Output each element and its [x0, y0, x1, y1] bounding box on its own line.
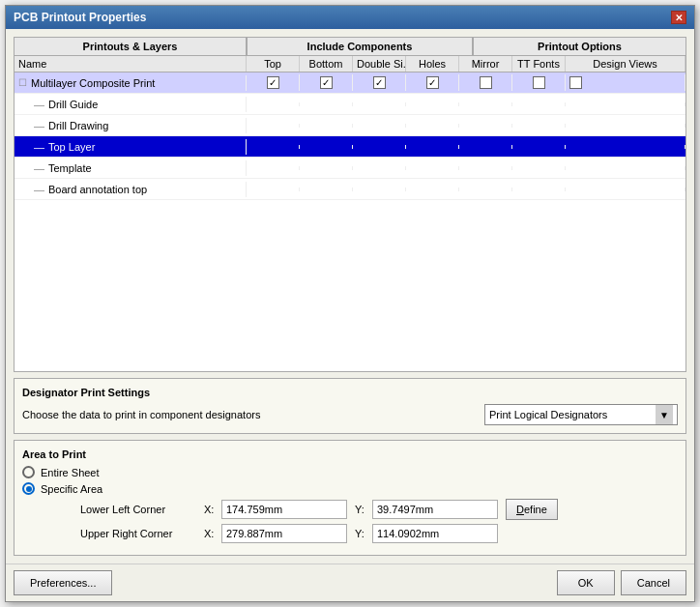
cell-check-holes — [406, 74, 459, 91]
cell-check — [300, 188, 353, 191]
cell-check — [247, 188, 300, 191]
ok-button[interactable]: OK — [557, 570, 615, 595]
entire-sheet-row: Entire Sheet — [22, 466, 678, 478]
cell-check — [566, 145, 685, 149]
cell-check — [247, 145, 300, 149]
x-axis-label2: X: — [204, 528, 218, 539]
cell-check — [566, 166, 685, 170]
col-hdr-holes: Holes — [406, 56, 459, 72]
cell-name: — Board annotation top — [15, 182, 247, 197]
col-hdr-ttfonts: TT Fonts — [512, 56, 566, 72]
cell-check — [406, 166, 459, 170]
cell-check — [353, 102, 406, 106]
designator-select-value: Print Logical Designators — [489, 409, 652, 420]
cell-check-doublesi — [353, 74, 406, 91]
define-label: Define — [516, 504, 547, 515]
col-hdr-doublesi: Double Si... — [353, 56, 406, 72]
cell-name: — Drill Guide — [15, 97, 247, 112]
lower-left-x-group: X: — [204, 500, 347, 519]
checkbox[interactable] — [373, 76, 386, 89]
cancel-button[interactable]: Cancel — [621, 570, 686, 595]
cell-check — [512, 102, 566, 106]
cell-check-mirror — [459, 74, 512, 91]
header-groups: Printouts & Layers Include Components Pr… — [15, 38, 685, 56]
specific-area-row: Specific Area — [22, 482, 678, 495]
bottom-left: Preferences... — [14, 570, 112, 595]
upper-right-y-input[interactable] — [372, 524, 498, 543]
checkbox[interactable] — [569, 76, 582, 89]
cell-check — [300, 124, 353, 128]
folder-icon: ☐ — [18, 77, 27, 88]
cell-check — [512, 124, 566, 128]
cell-name: — Top Layer — [15, 139, 247, 155]
close-button[interactable]: ✕ — [671, 11, 686, 24]
entire-sheet-radio[interactable] — [22, 466, 35, 478]
cell-check-bottom — [300, 74, 353, 91]
cell-check — [512, 145, 566, 149]
designator-dropdown[interactable]: Print Logical Designators ▼ — [484, 404, 678, 425]
upper-right-label: Upper Right Corner — [80, 528, 196, 539]
col-headers-row: Name Top Bottom Double Si... Holes Mirro… — [15, 56, 685, 72]
y-axis-label: Y: — [355, 504, 368, 515]
checkbox[interactable] — [480, 76, 492, 89]
checkbox[interactable] — [267, 76, 279, 89]
designator-section: Designator Print Settings Choose the dat… — [14, 378, 686, 434]
group-printouts: Printouts & Layers — [15, 38, 247, 55]
titlebar: PCB Printout Properties ✕ — [6, 6, 694, 29]
table-row[interactable]: — Drill Guide — [15, 94, 685, 115]
window-title: PCB Printout Properties — [14, 11, 146, 24]
cell-check — [459, 166, 512, 170]
cell-check — [353, 188, 406, 191]
table-row[interactable]: ☐ Multilayer Composite Print — [15, 72, 685, 94]
table-body: ☐ Multilayer Composite Print — Drill G — [15, 72, 685, 371]
upper-right-x-group: X: — [204, 524, 347, 543]
table-row[interactable]: — Template — [15, 158, 685, 179]
cell-check — [353, 124, 406, 128]
col-hdr-designviews: Design Views — [566, 56, 685, 72]
cell-check — [406, 145, 459, 149]
checkbox[interactable] — [533, 76, 545, 89]
table-row[interactable]: — Board annotation top — [15, 179, 685, 200]
cell-check — [459, 188, 512, 191]
table-row[interactable]: — Drill Drawing — [15, 115, 685, 136]
define-button[interactable]: Define — [506, 499, 558, 520]
cell-check — [566, 188, 685, 191]
cell-check — [459, 102, 512, 106]
content-area: Printouts & Layers Include Components Pr… — [6, 29, 694, 564]
area-title: Area to Print — [22, 448, 678, 460]
cell-check — [512, 188, 566, 191]
cell-check — [247, 166, 300, 170]
cell-check — [406, 124, 459, 128]
printouts-table: Printouts & Layers Include Components Pr… — [14, 37, 686, 372]
lower-left-y-group: Y: — [355, 500, 498, 519]
col-hdr-mirror: Mirror — [459, 56, 512, 72]
cell-check — [353, 145, 406, 149]
table-row[interactable]: — Top Layer — [15, 136, 685, 158]
designator-title: Designator Print Settings — [22, 387, 678, 398]
specific-area-radio[interactable] — [22, 482, 35, 495]
cell-check — [300, 145, 353, 149]
cell-check — [300, 166, 353, 170]
cell-name: — Template — [15, 160, 247, 176]
area-section: Area to Print Entire Sheet Specific Area… — [14, 440, 686, 556]
cell-check — [300, 102, 353, 106]
cell-check-ttfonts — [512, 74, 566, 91]
col-hdr-bottom: Bottom — [300, 56, 353, 72]
group-include: Include Components — [247, 38, 473, 55]
cell-check — [566, 124, 685, 128]
upper-right-x-input[interactable] — [221, 524, 347, 543]
lower-left-x-input[interactable] — [221, 500, 347, 519]
lower-left-row: Lower Left Corner X: Y: Define — [22, 499, 678, 520]
y-axis-label2: Y: — [355, 528, 368, 539]
lower-left-y-input[interactable] — [372, 500, 498, 519]
cell-check — [459, 124, 512, 128]
checkbox[interactable] — [320, 76, 333, 89]
cell-check — [247, 124, 300, 128]
designator-row: Choose the data to print in component de… — [22, 404, 678, 425]
preferences-button[interactable]: Preferences... — [14, 570, 112, 595]
x-axis-label: X: — [204, 504, 218, 515]
col-hdr-top: Top — [247, 56, 300, 72]
cell-check — [459, 145, 512, 149]
checkbox[interactable] — [426, 76, 439, 89]
lower-left-label: Lower Left Corner — [80, 504, 196, 515]
